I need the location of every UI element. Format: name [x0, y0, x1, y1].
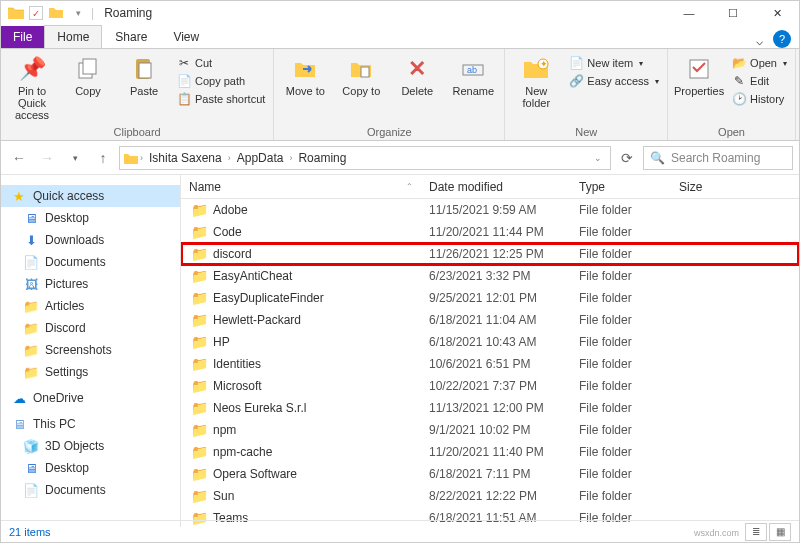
- file-date: 10/6/2021 6:51 PM: [421, 357, 571, 371]
- file-name: Microsoft: [213, 379, 262, 393]
- svg-text:ab: ab: [467, 65, 477, 75]
- history-button[interactable]: 🕑History: [730, 91, 789, 107]
- folder-icon: 📁: [191, 444, 207, 460]
- details-view-button[interactable]: ≣: [745, 523, 767, 541]
- file-row[interactable]: 📁npm-cache11/20/2021 11:40 PMFile folder: [181, 441, 799, 463]
- sidebar-discord[interactable]: 📁Discord: [1, 317, 180, 339]
- minimize-button[interactable]: ―: [667, 1, 711, 25]
- copy-button[interactable]: Copy: [63, 53, 113, 99]
- folder-icon: 📁: [191, 224, 207, 240]
- sidebar-screenshots[interactable]: 📁Screenshots: [1, 339, 180, 361]
- sidebar-3dobjects[interactable]: 🧊3D Objects: [1, 435, 180, 457]
- paste-shortcut-button[interactable]: 📋Paste shortcut: [175, 91, 267, 107]
- file-date: 11/26/2021 12:25 PM: [421, 247, 571, 261]
- file-type: File folder: [571, 335, 671, 349]
- titlebar: ✓ ▾ | Roaming ― ☐ ✕: [1, 1, 799, 25]
- pictures-icon: 🖼: [23, 276, 39, 292]
- file-row[interactable]: 📁Sun8/22/2021 12:22 PMFile folder: [181, 485, 799, 507]
- rename-button[interactable]: ab Rename: [448, 53, 498, 99]
- paste-icon: [130, 55, 158, 83]
- watermark: wsxdn.com: [694, 528, 739, 538]
- file-row[interactable]: 📁Code11/20/2021 11:44 PMFile folder: [181, 221, 799, 243]
- refresh-button[interactable]: ⟳: [615, 146, 639, 170]
- file-row[interactable]: 📁Identities10/6/2021 6:51 PMFile folder: [181, 353, 799, 375]
- pin-quick-access-button[interactable]: 📌 Pin to Quick access: [7, 53, 57, 123]
- new-folder-button[interactable]: ✦ New folder: [511, 53, 561, 111]
- new-item-button[interactable]: 📄New item▾: [567, 55, 661, 71]
- close-button[interactable]: ✕: [755, 1, 799, 25]
- address-bar[interactable]: › Ishita Saxena › AppData › Roaming ⌄: [119, 146, 611, 170]
- home-tab[interactable]: Home: [44, 25, 102, 48]
- forward-button[interactable]: →: [35, 146, 59, 170]
- cut-button[interactable]: ✂Cut: [175, 55, 267, 71]
- sidebar-desktop2[interactable]: 🖥Desktop: [1, 457, 180, 479]
- file-type: File folder: [571, 445, 671, 459]
- file-row[interactable]: 📁Neos Eureka S.r.l11/13/2021 12:00 PMFil…: [181, 397, 799, 419]
- file-row[interactable]: 📁Hewlett-Packard6/18/2021 11:04 AMFile f…: [181, 309, 799, 331]
- move-to-button[interactable]: Move to: [280, 53, 330, 99]
- new-item-icon: 📄: [569, 56, 583, 70]
- easy-access-button[interactable]: 🔗Easy access▾: [567, 73, 661, 89]
- onedrive-icon: ☁: [11, 390, 27, 406]
- file-type: File folder: [571, 247, 671, 261]
- sidebar-desktop[interactable]: 🖥Desktop: [1, 207, 180, 229]
- icons-view-button[interactable]: ▦: [769, 523, 791, 541]
- file-row[interactable]: 📁Adobe11/15/2021 9:59 AMFile folder: [181, 199, 799, 221]
- breadcrumb-2[interactable]: AppData: [233, 151, 288, 165]
- file-row[interactable]: 📁HP6/18/2021 10:43 AMFile folder: [181, 331, 799, 353]
- checkbox-icon[interactable]: ✓: [29, 6, 43, 20]
- help-icon[interactable]: ?: [773, 30, 791, 48]
- back-button[interactable]: ←: [7, 146, 31, 170]
- item-count: 21 items: [9, 526, 51, 538]
- ribbon-collapse[interactable]: ⌵: [751, 34, 767, 48]
- file-type: File folder: [571, 379, 671, 393]
- move-icon: [291, 55, 319, 83]
- paste-button[interactable]: Paste: [119, 53, 169, 99]
- edit-button[interactable]: ✎Edit: [730, 73, 789, 89]
- copy-path-button[interactable]: 📄Copy path: [175, 73, 267, 89]
- sidebar-articles[interactable]: 📁Articles: [1, 295, 180, 317]
- star-icon: ★: [11, 188, 27, 204]
- file-row[interactable]: 📁Microsoft10/22/2021 7:37 PMFile folder: [181, 375, 799, 397]
- sidebar-pictures[interactable]: 🖼Pictures: [1, 273, 180, 295]
- search-input[interactable]: 🔍 Search Roaming: [643, 146, 793, 170]
- folder-icon: 📁: [191, 334, 207, 350]
- svg-rect-3: [139, 63, 151, 78]
- folder-icon: 📁: [191, 290, 207, 306]
- sidebar-quick-access[interactable]: ★Quick access: [1, 185, 180, 207]
- sidebar-settings[interactable]: 📁Settings: [1, 361, 180, 383]
- qat-overflow[interactable]: ▾: [69, 4, 87, 22]
- 3d-icon: 🧊: [23, 438, 39, 454]
- breadcrumb-1[interactable]: Ishita Saxena: [145, 151, 226, 165]
- file-row[interactable]: 📁Opera Software6/18/2021 7:11 PMFile fol…: [181, 463, 799, 485]
- delete-button[interactable]: ✕ Delete: [392, 53, 442, 99]
- file-row[interactable]: 📁discord11/26/2021 12:25 PMFile folder: [181, 243, 799, 265]
- folder-icon: 📁: [23, 342, 39, 358]
- sidebar-downloads[interactable]: ⬇Downloads: [1, 229, 180, 251]
- file-date: 6/18/2021 11:04 AM: [421, 313, 571, 327]
- file-type: File folder: [571, 357, 671, 371]
- file-tab[interactable]: File: [1, 26, 44, 48]
- recent-dropdown[interactable]: ▾: [63, 146, 87, 170]
- file-row[interactable]: 📁EasyAntiCheat6/23/2021 3:32 PMFile fold…: [181, 265, 799, 287]
- maximize-button[interactable]: ☐: [711, 1, 755, 25]
- open-button[interactable]: 📂Open▾: [730, 55, 789, 71]
- qat-dropdown[interactable]: [47, 4, 65, 22]
- sidebar-documents[interactable]: 📄Documents: [1, 251, 180, 273]
- folder-icon: 📁: [191, 422, 207, 438]
- properties-button[interactable]: Properties: [674, 53, 724, 99]
- downloads-icon: ⬇: [23, 232, 39, 248]
- file-row[interactable]: 📁npm9/1/2021 10:02 PMFile folder: [181, 419, 799, 441]
- sidebar-onedrive[interactable]: ☁OneDrive: [1, 387, 180, 409]
- view-tab[interactable]: View: [160, 25, 212, 48]
- copy-to-button[interactable]: Copy to: [336, 53, 386, 99]
- file-row[interactable]: 📁EasyDuplicateFinder9/25/2021 12:01 PMFi…: [181, 287, 799, 309]
- share-tab[interactable]: Share: [102, 25, 160, 48]
- copy-icon: [74, 55, 102, 83]
- sidebar-documents2[interactable]: 📄Documents: [1, 479, 180, 501]
- column-headers[interactable]: Name⌃ Date modified Type Size: [181, 175, 799, 199]
- sidebar-thispc[interactable]: 🖥This PC: [1, 413, 180, 435]
- breadcrumb-3[interactable]: Roaming: [294, 151, 350, 165]
- address-dropdown[interactable]: ⌄: [590, 153, 606, 163]
- up-button[interactable]: ↑: [91, 146, 115, 170]
